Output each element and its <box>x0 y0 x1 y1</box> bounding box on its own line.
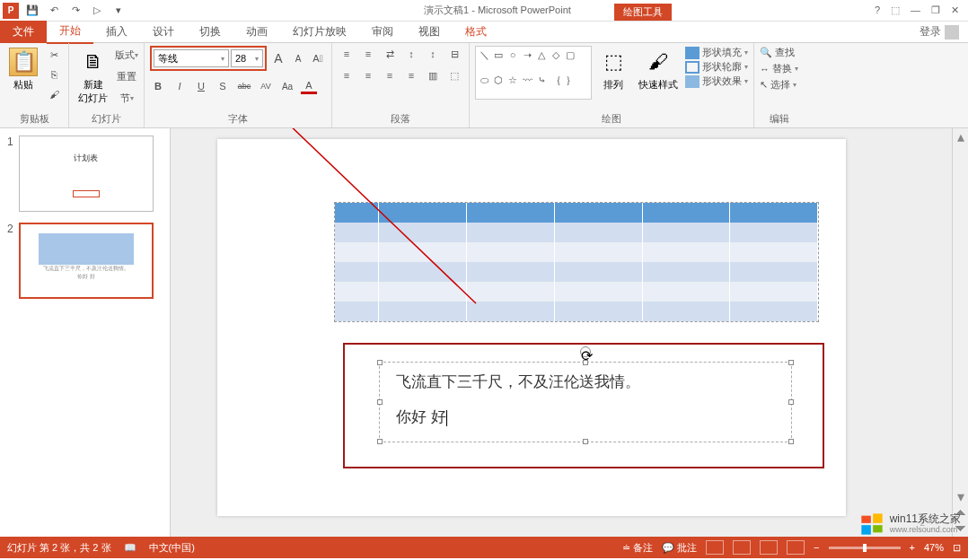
italic-button[interactable]: I <box>172 78 188 94</box>
change-case-button[interactable]: Aa <box>279 78 295 94</box>
resize-handle-se[interactable] <box>788 439 794 444</box>
shape-hexagon-icon[interactable]: ⬡ <box>492 74 505 86</box>
scroll-down-button[interactable]: ▾ <box>953 488 968 504</box>
text-direction-button[interactable]: ↕ <box>424 46 442 62</box>
fit-to-window-button[interactable]: ⊡ <box>953 542 961 554</box>
font-color-button[interactable]: A <box>301 78 317 94</box>
tab-review[interactable]: 审阅 <box>359 21 406 43</box>
shape-fill-button[interactable]: 形状填充 ▾ <box>685 46 748 59</box>
shape-line-icon[interactable]: ＼ <box>478 48 490 61</box>
text-box-object[interactable]: ⟳ 飞流直下三千尺，不及汪伦送我情。 你好 好 <box>379 362 792 442</box>
start-slideshow-button[interactable]: ▷ <box>90 4 104 18</box>
shadow-button[interactable]: S <box>215 78 231 94</box>
line-spacing-button[interactable]: ↕ <box>402 46 420 62</box>
tab-home[interactable]: 开始 <box>47 20 93 44</box>
format-painter-button[interactable]: 🖌 <box>45 85 63 103</box>
tab-format[interactable]: 格式 <box>453 21 499 43</box>
minimize-button[interactable]: — <box>911 4 920 16</box>
font-size-combo[interactable]: 28▾ <box>231 49 263 67</box>
rotation-handle[interactable]: ⟳ <box>580 346 591 357</box>
shape-rect-icon[interactable]: ▭ <box>492 48 505 61</box>
text-line-2[interactable]: 你好 好 <box>396 407 775 427</box>
copy-button[interactable]: ⎘ <box>45 66 63 83</box>
thumbnail-2[interactable]: 2 飞流直下三千尺，不及汪伦送我情。 你好 好 <box>7 223 163 299</box>
shape-triangle-icon[interactable]: △ <box>535 48 548 61</box>
tab-file[interactable]: 文件 <box>0 21 47 43</box>
clear-format-button[interactable]: Aͯ <box>310 50 326 66</box>
tab-design[interactable]: 设计 <box>140 21 187 43</box>
resize-handle-w[interactable] <box>377 399 383 405</box>
text-line-1[interactable]: 飞流直下三千尺，不及汪伦送我情。 <box>396 372 775 392</box>
zoom-in-button[interactable]: + <box>910 542 915 553</box>
thumbnail-1-preview[interactable]: 计划表 <box>19 136 154 212</box>
bold-button[interactable]: B <box>150 78 166 94</box>
slide-canvas[interactable]: ⟳ 飞流直下三千尺，不及汪伦送我情。 你好 好 <box>217 139 846 516</box>
reset-button[interactable]: 重置 <box>115 67 138 85</box>
columns-button[interactable]: ▥ <box>424 67 442 83</box>
justify-button[interactable]: ≡ <box>402 67 420 83</box>
shape-curve-icon[interactable]: 〰 <box>521 74 533 86</box>
resize-handle-n[interactable] <box>583 360 588 365</box>
shape-brace-icon[interactable]: ｛ <box>550 74 562 86</box>
slide-thumbnail-panel[interactable]: 1 计划表 2 飞流直下三千尺，不及汪伦送我情。 你好 好 <box>0 128 171 537</box>
tab-view[interactable]: 视图 <box>406 21 453 43</box>
scroll-up-button[interactable]: ▴ <box>953 128 968 144</box>
notes-button[interactable]: ≐ 备注 <box>622 541 653 555</box>
qat-more-button[interactable]: ▾ <box>111 4 126 18</box>
normal-view-button[interactable] <box>706 540 724 555</box>
align-right-button[interactable]: ≡ <box>381 67 399 83</box>
tab-animations[interactable]: 动画 <box>233 21 280 43</box>
shape-diamond-icon[interactable]: ◇ <box>550 48 562 61</box>
save-button[interactable]: 💾 <box>25 4 40 18</box>
slide-info[interactable]: 幻灯片 第 2 张，共 2 张 <box>7 541 111 555</box>
zoom-slider-thumb[interactable] <box>863 544 867 552</box>
shape-oval-icon[interactable]: ○ <box>506 48 519 61</box>
underline-button[interactable]: U <box>193 78 209 94</box>
table-object[interactable] <box>334 202 819 322</box>
align-left-button[interactable]: ≡ <box>338 67 356 83</box>
redo-button[interactable]: ↷ <box>68 4 83 18</box>
shape-effects-button[interactable]: 形状效果 ▾ <box>685 74 748 88</box>
align-text-button[interactable]: ⊟ <box>445 46 463 62</box>
select-button[interactable]: ↖选择 ▾ <box>760 78 798 92</box>
reading-view-button[interactable] <box>760 540 778 555</box>
layout-button[interactable]: 版式 ▾ <box>115 46 138 64</box>
comments-button[interactable]: 💬 批注 <box>662 541 697 555</box>
slide-editor[interactable]: ⟳ 飞流直下三千尺，不及汪伦送我情。 你好 好 2 <box>171 128 952 537</box>
tab-insert[interactable]: 插入 <box>93 21 140 43</box>
help-button[interactable]: ? <box>875 4 880 16</box>
restore-button[interactable]: ❐ <box>931 4 940 16</box>
vertical-scrollbar[interactable]: ▴ ▾ ⏶ ⏷ <box>952 128 968 537</box>
paste-button[interactable]: 📋 粘贴 <box>5 46 41 93</box>
shape-arrow-icon[interactable]: ➝ <box>521 48 533 61</box>
replace-button[interactable]: ↔替换 ▾ <box>760 62 798 75</box>
sorter-view-button[interactable] <box>733 540 751 555</box>
shape-cylinder-icon[interactable]: ⬭ <box>478 74 490 86</box>
zoom-level[interactable]: 47% <box>924 542 944 553</box>
ribbon-options-button[interactable]: ⬚ <box>891 4 900 16</box>
shrink-font-button[interactable]: A <box>290 50 306 66</box>
shape-connector-icon[interactable]: ⤷ <box>535 74 548 86</box>
resize-handle-e[interactable] <box>788 399 794 405</box>
tab-slideshow[interactable]: 幻灯片放映 <box>280 21 359 43</box>
thumbnail-1[interactable]: 1 计划表 <box>7 136 163 212</box>
strikethrough-button[interactable]: abc <box>236 78 252 94</box>
thumbnail-2-preview[interactable]: 飞流直下三千尺，不及汪伦送我情。 你好 好 <box>19 223 154 299</box>
char-spacing-button[interactable]: AV <box>258 78 274 94</box>
convert-smartart-button[interactable]: ⬚ <box>445 67 463 83</box>
cut-button[interactable]: ✂ <box>45 46 63 64</box>
new-slide-button[interactable]: 🗎 新建 幻灯片 <box>75 46 111 107</box>
quick-styles-button[interactable]: 🖌 快速样式 <box>635 46 682 93</box>
resize-handle-sw[interactable] <box>377 439 383 444</box>
font-name-combo[interactable]: 等线▾ <box>154 49 229 67</box>
slide-table[interactable] <box>335 203 818 321</box>
shape-roundrect-icon[interactable]: ▢ <box>564 48 576 61</box>
close-button[interactable]: ✕ <box>951 4 959 16</box>
resize-handle-s[interactable] <box>583 439 588 444</box>
resize-handle-nw[interactable] <box>377 360 383 365</box>
undo-button[interactable]: ↶ <box>47 4 61 18</box>
find-button[interactable]: 🔍查找 <box>760 46 798 59</box>
tab-transitions[interactable]: 切换 <box>187 21 233 43</box>
zoom-slider[interactable] <box>829 547 901 549</box>
spell-check-icon[interactable]: 📖 <box>124 542 136 554</box>
